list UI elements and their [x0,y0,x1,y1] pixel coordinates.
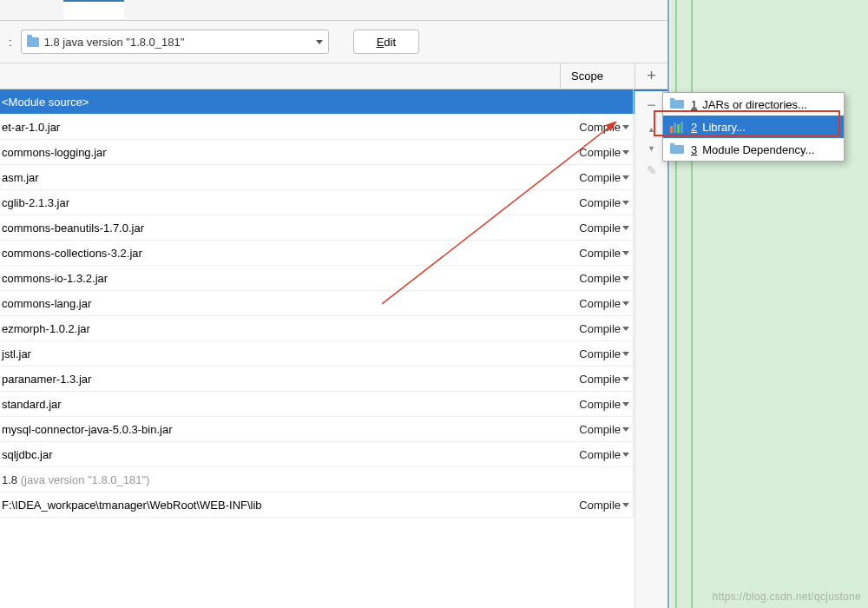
table-row[interactable]: ezmorph-1.0.2.jarCompile [0,316,667,341]
chevron-down-icon [622,150,629,155]
scope-cell[interactable]: Compile [565,499,633,512]
divider [691,0,693,608]
dependency-name: standard.jar [0,398,565,411]
dependency-name: mysql-connector-java-5.0.3-bin.jar [0,423,565,436]
sdk-value: 1.8 java version "1.8.0_181" [44,36,309,49]
dependency-name: <Module source> [0,96,565,109]
scope-cell[interactable]: Compile [565,272,633,285]
table-row[interactable]: sqljdbc.jarCompile [0,442,667,467]
scope-cell[interactable]: Compile [565,221,633,235]
scope-cell[interactable]: Compile [565,121,633,134]
dependency-name: cglib-2.1.3.jar [0,196,565,209]
scope-cell[interactable]: Compile [565,347,633,360]
edit-dependency-button[interactable] [635,158,667,182]
dependencies-table-header: Scope + [0,63,667,89]
sdk-label-prefix: : [7,36,12,49]
library-icon [670,121,684,133]
chevron-down-icon [622,276,629,281]
popup-item-label: Library... [702,121,746,134]
sdk-toolbar: : 1.8 java version "1.8.0_181" Edit [0,21,667,63]
chevron-down-icon [622,402,629,406]
dependency-name: commons-io-1.3.2.jar [0,272,565,285]
dependency-name: commons-collections-3.2.jar [0,247,565,260]
table-row[interactable]: cglib-2.1.3.jarCompile [0,190,667,215]
scope-cell[interactable]: Compile [565,146,633,159]
table-row[interactable]: commons-beanutils-1.7.0.jarCompile [0,215,667,241]
table-row[interactable]: paranamer-1.3.jarCompile [0,367,667,392]
chevron-down-icon [622,427,629,432]
popup-item-library[interactable]: 2Library... [663,116,844,138]
popup-item-jars[interactable]: 1JARs or directories... [663,93,844,116]
scope-cell[interactable]: Compile [565,247,633,260]
dependency-name: F:\IDEA_workpace\tmanager\WebRoot\WEB-IN… [0,499,565,512]
scope-cell[interactable]: Compile [565,322,633,335]
right-panel [671,0,868,608]
scope-column-header[interactable]: Scope [560,63,635,89]
tab-strip [0,0,667,21]
folder-icon [27,37,39,47]
edit-button[interactable]: Edit [353,30,419,54]
dependency-name: asm.jar [0,171,565,184]
chevron-down-icon [622,226,629,230]
table-row[interactable]: commons-lang.jarCompile [0,291,667,316]
dependency-name: 1.8 (java version "1.8.0_181") [0,473,565,486]
chevron-down-icon [622,201,629,205]
dependency-name: paranamer-1.3.jar [0,373,565,386]
table-row[interactable]: et-ar-1.0.jarCompile [0,115,667,140]
chevron-down-icon [622,125,629,129]
scope-cell[interactable]: Compile [565,373,633,386]
table-row[interactable]: <Module source> [0,89,667,115]
table-row[interactable]: mysql-connector-java-5.0.3-bin.jarCompil… [0,417,667,442]
chevron-down-icon [622,327,629,331]
scope-cell[interactable]: Compile [565,171,633,184]
dependency-name: jstl.jar [0,347,565,360]
table-row[interactable]: commons-logging.jarCompile [0,140,667,165]
tab-dependencies[interactable] [63,0,124,19]
table-row[interactable]: F:\IDEA_workpace\tmanager\WebRoot\WEB-IN… [0,492,667,518]
chevron-down-icon [622,503,629,507]
table-row[interactable]: commons-collections-3.2.jarCompile [0,241,667,266]
table-row[interactable]: standard.jarCompile [0,392,667,417]
scope-cell[interactable]: Compile [565,448,633,461]
dependency-name: commons-lang.jar [0,297,565,310]
dependency-actions-gutter [635,91,667,608]
chevron-down-icon [622,251,629,255]
chevron-down-icon [622,175,629,180]
scope-cell[interactable]: Compile [565,297,633,310]
folder-icon [670,100,684,109]
scope-cell[interactable]: Compile [565,423,633,436]
chevron-down-icon [622,301,629,306]
divider [675,0,677,608]
popup-item-label: Module Dependency... [702,143,814,156]
popup-item-label: JARs or directories... [702,98,807,111]
chevron-down-icon [622,453,629,457]
dependency-name: commons-logging.jar [0,146,565,159]
table-row[interactable]: commons-io-1.3.2.jarCompile [0,266,667,291]
scope-cell[interactable]: Compile [565,398,633,411]
module-icon [670,145,684,154]
chevron-down-icon [622,377,629,381]
dependency-name: commons-beanutils-1.7.0.jar [0,221,565,235]
popup-item-module[interactable]: 3Module Dependency... [663,138,844,161]
add-dependency-button[interactable]: + [635,63,667,89]
table-row[interactable]: 1.8 (java version "1.8.0_181") [0,467,667,492]
table-row[interactable]: jstl.jarCompile [0,341,667,367]
scope-cell[interactable]: Compile [565,196,633,209]
watermark: https://blog.csdn.net/qcjustone [713,591,861,603]
table-row[interactable]: asm.jarCompile [0,165,667,190]
dependency-name: sqljdbc.jar [0,448,565,461]
chevron-down-icon [316,40,323,44]
dependency-name: et-ar-1.0.jar [0,121,565,134]
module-sdk-combo[interactable]: 1.8 java version "1.8.0_181" [21,30,329,54]
dependency-name: ezmorph-1.0.2.jar [0,322,565,335]
chevron-down-icon [622,352,629,356]
add-dependency-popup: 1JARs or directories...2Library...3Modul… [662,92,845,162]
